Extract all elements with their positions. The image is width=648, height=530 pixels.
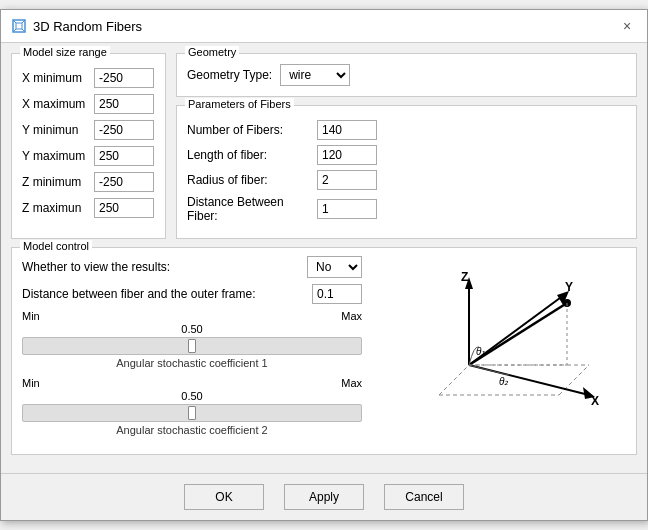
geometry-type-select[interactable]: wire solid xyxy=(280,64,350,86)
top-section: Model size range X minimum X maximum Y m… xyxy=(11,53,637,239)
field-row-ymin: Y minimun xyxy=(22,120,155,140)
number-fibers-input[interactable] xyxy=(317,120,377,140)
cancel-button[interactable]: Cancel xyxy=(384,484,464,510)
zmin-input[interactable] xyxy=(94,172,154,192)
slider2-track[interactable] xyxy=(22,404,362,422)
field-row-zmin: Z minimum xyxy=(22,172,155,192)
svg-text:Y: Y xyxy=(565,280,573,294)
view-results-row: Whether to view the results: No Yes xyxy=(22,256,362,278)
mc-left: Whether to view the results: No Yes Dist… xyxy=(22,256,362,444)
model-control-legend: Model control xyxy=(20,240,92,252)
slider2-section: Min Max 0.50 Angular stochastic coeffici… xyxy=(22,377,362,436)
distance-fiber-label: Distance Between Fiber: xyxy=(187,195,317,223)
distance-outer-frame-input[interactable] xyxy=(312,284,362,304)
xmin-input[interactable] xyxy=(94,68,154,88)
title-bar-left: 3D Random Fibers xyxy=(11,18,142,34)
title-bar: 3D Random Fibers × xyxy=(1,10,647,43)
slider2-minmax: Min Max xyxy=(22,377,362,389)
field-row-zmax: Z maximun xyxy=(22,198,155,218)
field-row-xmin: X minimum xyxy=(22,68,155,88)
parameters-group: Parameters of Fibers Number of Fibers: L… xyxy=(176,105,637,239)
geometry-type-row: Geometry Type: wire solid xyxy=(187,64,626,86)
slider1-label: Angular stochastic coefficient 1 xyxy=(22,357,362,369)
parameters-legend: Parameters of Fibers xyxy=(185,98,294,110)
axes-diagram: Z X Y θ₁ xyxy=(372,256,626,444)
slider1-section: Min Max 0.50 Angular stochastic coeffici… xyxy=(22,310,362,369)
right-section: Geometry Geometry Type: wire solid Param… xyxy=(176,53,637,239)
view-results-label: Whether to view the results: xyxy=(22,260,307,274)
number-fibers-label: Number of Fibers: xyxy=(187,123,317,137)
svg-text:Z: Z xyxy=(461,270,468,284)
ymax-input[interactable] xyxy=(94,146,154,166)
ymin-label: Y minimun xyxy=(22,123,94,137)
ok-button[interactable]: OK xyxy=(184,484,264,510)
slider2-label: Angular stochastic coefficient 2 xyxy=(22,424,362,436)
param-row-number: Number of Fibers: xyxy=(187,120,626,140)
param-row-radius: Radius of fiber: xyxy=(187,170,626,190)
ymin-input[interactable] xyxy=(94,120,154,140)
3d-icon xyxy=(11,18,27,34)
zmin-label: Z minimum xyxy=(22,175,94,189)
slider1-thumb[interactable] xyxy=(188,339,196,353)
mc-bottom: Whether to view the results: No Yes Dist… xyxy=(22,256,626,444)
dialog-title: 3D Random Fibers xyxy=(33,19,142,34)
ymax-label: Y maximum xyxy=(22,149,94,163)
distance-outer-frame-label: Distance between fiber and the outer fra… xyxy=(22,287,312,301)
slider2-min-label: Min xyxy=(22,377,40,389)
svg-text:θ₂: θ₂ xyxy=(499,376,509,387)
axes-svg: Z X Y θ₁ xyxy=(399,265,599,435)
param-row-length: Length of fiber: xyxy=(187,145,626,165)
length-fiber-input[interactable] xyxy=(317,145,377,165)
slider1-track[interactable] xyxy=(22,337,362,355)
zmax-input[interactable] xyxy=(94,198,154,218)
slider1-min-label: Min xyxy=(22,310,40,322)
geometry-legend: Geometry xyxy=(185,46,239,58)
slider2-thumb[interactable] xyxy=(188,406,196,420)
zmax-label: Z maximun xyxy=(22,201,94,215)
slider1-value: 0.50 xyxy=(22,323,362,335)
model-control-section: Model control Whether to view the result… xyxy=(11,247,637,455)
content-area: Model size range X minimum X maximum Y m… xyxy=(1,43,647,465)
radius-fiber-label: Radius of fiber: xyxy=(187,173,317,187)
slider1-minmax: Min Max xyxy=(22,310,362,322)
bottom-bar: OK Apply Cancel xyxy=(1,473,647,520)
model-size-legend: Model size range xyxy=(20,46,110,58)
slider2-value: 0.50 xyxy=(22,390,362,402)
xmin-label: X minimum xyxy=(22,71,94,85)
param-row-distance: Distance Between Fiber: xyxy=(187,195,626,223)
dialog-3d-random-fibers: 3D Random Fibers × Model size range X mi… xyxy=(0,9,648,521)
field-row-ymax: Y maximum xyxy=(22,146,155,166)
distance-outer-frame-row: Distance between fiber and the outer fra… xyxy=(22,284,362,304)
svg-text:θ₁: θ₁ xyxy=(476,346,485,357)
geometry-type-label: Geometry Type: xyxy=(187,68,272,82)
geometry-group: Geometry Geometry Type: wire solid xyxy=(176,53,637,97)
close-button[interactable]: × xyxy=(617,16,637,36)
radius-fiber-input[interactable] xyxy=(317,170,377,190)
apply-button[interactable]: Apply xyxy=(284,484,364,510)
xmax-input[interactable] xyxy=(94,94,154,114)
svg-rect-5 xyxy=(16,23,22,29)
xmax-label: X maximum xyxy=(22,97,94,111)
slider2-max-label: Max xyxy=(341,377,362,389)
field-row-xmax: X maximum xyxy=(22,94,155,114)
model-size-group: Model size range X minimum X maximum Y m… xyxy=(11,53,166,239)
view-results-select[interactable]: No Yes xyxy=(307,256,362,278)
distance-fiber-input[interactable] xyxy=(317,199,377,219)
slider1-max-label: Max xyxy=(341,310,362,322)
length-fiber-label: Length of fiber: xyxy=(187,148,317,162)
svg-text:X: X xyxy=(591,394,599,408)
svg-line-8 xyxy=(439,365,469,395)
